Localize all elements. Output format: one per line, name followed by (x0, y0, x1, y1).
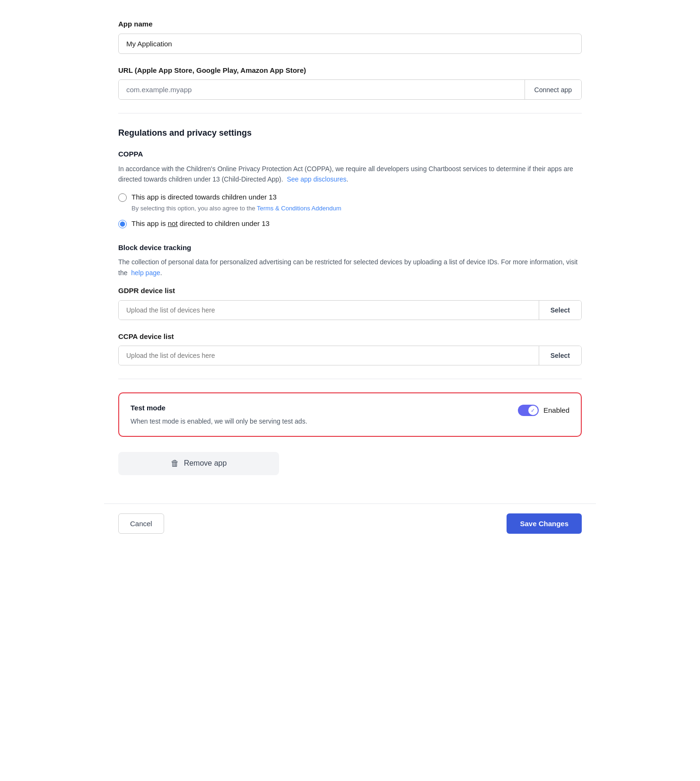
coppa-label-directed[interactable]: This app is directed towards children un… (131, 193, 277, 201)
section-divider-2 (118, 379, 582, 379)
coppa-description: In accordance with the Children's Online… (118, 164, 582, 185)
regulations-section: Regulations and privacy settings COPPA I… (118, 127, 582, 365)
ccpa-input-wrapper: Select (118, 346, 582, 365)
test-mode-content: Test mode When test mode is enabled, we … (131, 403, 499, 426)
gdpr-device-list-section: GDPR device list Select (118, 286, 582, 320)
ccpa-select-button[interactable]: Select (539, 346, 581, 365)
coppa-radio-not-directed[interactable] (118, 220, 127, 228)
coppa-radio-directed[interactable] (118, 193, 127, 202)
help-page-link[interactable]: help page (131, 269, 160, 277)
coppa-option-directed: This app is directed towards children un… (118, 192, 582, 213)
app-url-label: URL (Apple App Store, Google Play, Amazo… (118, 65, 582, 76)
block-tracking-section: Block device tracking The collection of … (118, 243, 582, 365)
gdpr-device-input[interactable] (119, 301, 539, 320)
terms-conditions-link[interactable]: Terms & Conditions Addendum (257, 205, 341, 212)
section-divider (118, 113, 582, 113)
remove-app-button[interactable]: 🗑 Remove app (118, 452, 279, 475)
app-name-section: App name (118, 19, 582, 54)
block-tracking-heading: Block device tracking (118, 243, 582, 253)
coppa-section: COPPA In accordance with the Children's … (118, 149, 582, 229)
block-tracking-description: The collection of personal data for pers… (118, 257, 582, 278)
url-field-wrapper: Connect app (118, 79, 582, 100)
app-name-input[interactable] (118, 34, 582, 54)
gdpr-select-button[interactable]: Select (539, 301, 581, 320)
coppa-label-not-directed[interactable]: This app is not directed to children und… (131, 218, 270, 229)
coppa-heading: COPPA (118, 149, 582, 160)
coppa-option-not-directed: This app is not directed to children und… (118, 218, 582, 229)
save-changes-button[interactable]: Save Changes (507, 513, 582, 534)
coppa-radio-group: This app is directed towards children un… (118, 192, 582, 229)
app-url-section: URL (Apple App Store, Google Play, Amazo… (118, 65, 582, 100)
test-mode-toggle-label: Enabled (543, 405, 569, 416)
test-mode-toggle[interactable] (518, 405, 539, 416)
gdpr-label: GDPR device list (118, 286, 582, 296)
see-app-disclosures-link[interactable]: See app disclosures (287, 175, 346, 183)
test-mode-title: Test mode (131, 403, 499, 414)
footer-bar: Cancel Save Changes (104, 503, 596, 543)
remove-app-label: Remove app (184, 459, 227, 468)
gdpr-input-wrapper: Select (118, 300, 582, 320)
ccpa-device-list-section: CCPA device list Select (118, 331, 582, 366)
test-mode-description: When test mode is enabled, we will only … (131, 417, 499, 426)
coppa-sublabel-directed: By selecting this option, you also agree… (131, 204, 341, 213)
test-mode-section: Test mode When test mode is enabled, we … (118, 392, 582, 437)
app-url-input[interactable] (119, 80, 525, 99)
ccpa-device-input[interactable] (119, 346, 539, 365)
ccpa-label: CCPA device list (118, 331, 582, 342)
toggle-slider (518, 405, 539, 416)
trash-icon: 🗑 (171, 459, 179, 469)
test-mode-toggle-area: Enabled (518, 405, 569, 416)
regulations-heading: Regulations and privacy settings (118, 127, 582, 139)
cancel-button[interactable]: Cancel (118, 513, 164, 534)
connect-app-button[interactable]: Connect app (525, 80, 581, 99)
app-name-label: App name (118, 19, 582, 30)
